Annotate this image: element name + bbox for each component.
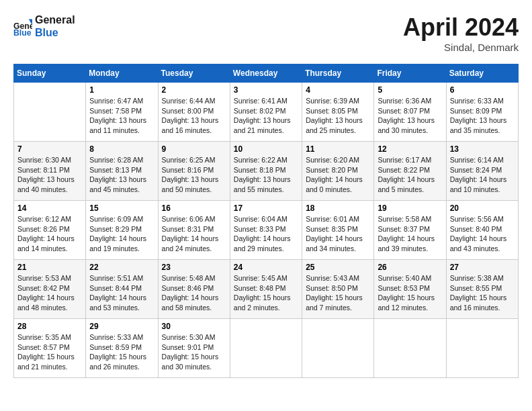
calendar-cell [302, 319, 374, 378]
day-info: Sunrise: 5:45 AM Sunset: 8:48 PM Dayligh… [234, 273, 298, 313]
calendar-cell: 23Sunrise: 5:48 AM Sunset: 8:46 PM Dayli… [158, 260, 230, 319]
day-number: 5 [378, 85, 442, 95]
calendar-cell: 29Sunrise: 5:33 AM Sunset: 8:59 PM Dayli… [86, 319, 158, 378]
calendar-cell: 6Sunrise: 6:33 AM Sunset: 8:09 PM Daylig… [446, 83, 518, 142]
day-number: 9 [162, 144, 226, 154]
day-info: Sunrise: 6:14 AM Sunset: 8:24 PM Dayligh… [450, 155, 515, 195]
calendar-cell: 13Sunrise: 6:14 AM Sunset: 8:24 PM Dayli… [446, 142, 518, 201]
day-number: 19 [378, 203, 442, 213]
page-header: General Blue General Blue April 2024 Sin… [13, 13, 519, 53]
calendar-week-row: 1Sunrise: 6:47 AM Sunset: 7:58 PM Daylig… [14, 83, 519, 142]
calendar-cell: 3Sunrise: 6:41 AM Sunset: 8:02 PM Daylig… [230, 83, 302, 142]
calendar-body: 1Sunrise: 6:47 AM Sunset: 7:58 PM Daylig… [14, 83, 519, 378]
day-number: 24 [234, 263, 298, 272]
day-info: Sunrise: 6:25 AM Sunset: 8:16 PM Dayligh… [162, 155, 226, 195]
day-number: 6 [450, 85, 515, 95]
calendar-cell: 5Sunrise: 6:36 AM Sunset: 8:07 PM Daylig… [374, 83, 446, 142]
calendar-cell: 17Sunrise: 6:04 AM Sunset: 8:33 PM Dayli… [230, 201, 302, 260]
day-info: Sunrise: 6:09 AM Sunset: 8:29 PM Dayligh… [89, 214, 154, 254]
day-info: Sunrise: 6:33 AM Sunset: 8:09 PM Dayligh… [450, 96, 515, 136]
day-number: 13 [450, 144, 515, 154]
calendar-week-row: 7Sunrise: 6:30 AM Sunset: 8:11 PM Daylig… [14, 142, 519, 201]
logo-general: General [35, 13, 75, 26]
calendar-cell: 8Sunrise: 6:28 AM Sunset: 8:13 PM Daylig… [86, 142, 158, 201]
calendar-cell [374, 319, 446, 378]
calendar-cell [14, 83, 86, 142]
day-number: 21 [17, 263, 82, 272]
day-number: 12 [378, 144, 442, 154]
day-number: 20 [450, 203, 515, 213]
day-info: Sunrise: 5:48 AM Sunset: 8:46 PM Dayligh… [162, 273, 226, 313]
day-number: 3 [234, 85, 298, 95]
day-number: 29 [89, 322, 154, 331]
calendar-cell: 11Sunrise: 6:20 AM Sunset: 8:20 PM Dayli… [302, 142, 374, 201]
day-info: Sunrise: 6:01 AM Sunset: 8:35 PM Dayligh… [306, 214, 370, 254]
calendar-cell [230, 319, 302, 378]
day-info: Sunrise: 6:28 AM Sunset: 8:13 PM Dayligh… [89, 155, 154, 195]
calendar-cell: 26Sunrise: 5:40 AM Sunset: 8:53 PM Dayli… [374, 260, 446, 319]
calendar-table: SundayMondayTuesdayWednesdayThursdayFrid… [13, 64, 519, 378]
day-number: 26 [378, 263, 442, 272]
day-number: 16 [162, 203, 226, 213]
calendar-week-row: 28Sunrise: 5:35 AM Sunset: 8:57 PM Dayli… [14, 319, 519, 378]
day-number: 7 [17, 144, 82, 154]
calendar-header-row: SundayMondayTuesdayWednesdayThursdayFrid… [14, 64, 519, 83]
calendar-cell: 21Sunrise: 5:53 AM Sunset: 8:42 PM Dayli… [14, 260, 86, 319]
day-info: Sunrise: 6:30 AM Sunset: 8:11 PM Dayligh… [17, 155, 82, 195]
day-info: Sunrise: 5:38 AM Sunset: 8:55 PM Dayligh… [450, 273, 515, 313]
weekday-header: Saturday [446, 64, 518, 83]
day-info: Sunrise: 6:41 AM Sunset: 8:02 PM Dayligh… [234, 96, 298, 136]
weekday-header: Thursday [302, 64, 374, 83]
calendar-cell: 4Sunrise: 6:39 AM Sunset: 8:05 PM Daylig… [302, 83, 374, 142]
logo: General Blue General Blue [13, 13, 75, 39]
month-title: April 2024 [403, 13, 519, 42]
day-info: Sunrise: 5:56 AM Sunset: 8:40 PM Dayligh… [450, 214, 515, 254]
calendar-cell: 2Sunrise: 6:44 AM Sunset: 8:00 PM Daylig… [158, 83, 230, 142]
day-info: Sunrise: 6:12 AM Sunset: 8:26 PM Dayligh… [17, 214, 82, 254]
day-number: 23 [162, 263, 226, 272]
calendar-cell: 16Sunrise: 6:06 AM Sunset: 8:31 PM Dayli… [158, 201, 230, 260]
calendar-cell: 20Sunrise: 5:56 AM Sunset: 8:40 PM Dayli… [446, 201, 518, 260]
logo-icon: General Blue [13, 17, 32, 36]
day-number: 4 [306, 85, 370, 95]
day-number: 27 [450, 263, 515, 272]
calendar-cell: 30Sunrise: 5:30 AM Sunset: 9:01 PM Dayli… [158, 319, 230, 378]
calendar-cell: 7Sunrise: 6:30 AM Sunset: 8:11 PM Daylig… [14, 142, 86, 201]
day-info: Sunrise: 5:53 AM Sunset: 8:42 PM Dayligh… [17, 273, 82, 313]
weekday-header: Friday [374, 64, 446, 83]
weekday-header: Monday [86, 64, 158, 83]
weekday-header: Sunday [14, 64, 86, 83]
day-number: 25 [306, 263, 370, 272]
day-info: Sunrise: 6:17 AM Sunset: 8:22 PM Dayligh… [378, 155, 442, 195]
day-info: Sunrise: 5:43 AM Sunset: 8:50 PM Dayligh… [306, 273, 370, 313]
day-info: Sunrise: 5:33 AM Sunset: 8:59 PM Dayligh… [89, 332, 154, 372]
calendar-week-row: 14Sunrise: 6:12 AM Sunset: 8:26 PM Dayli… [14, 201, 519, 260]
day-info: Sunrise: 6:39 AM Sunset: 8:05 PM Dayligh… [306, 96, 370, 136]
day-number: 11 [306, 144, 370, 154]
title-block: April 2024 Sindal, Denmark [403, 13, 519, 53]
logo-blue: Blue [35, 26, 75, 39]
calendar-cell: 14Sunrise: 6:12 AM Sunset: 8:26 PM Dayli… [14, 201, 86, 260]
day-number: 1 [89, 85, 154, 95]
day-number: 8 [89, 144, 154, 154]
calendar-cell [446, 319, 518, 378]
calendar-cell: 10Sunrise: 6:22 AM Sunset: 8:18 PM Dayli… [230, 142, 302, 201]
calendar-cell: 27Sunrise: 5:38 AM Sunset: 8:55 PM Dayli… [446, 260, 518, 319]
day-number: 15 [89, 203, 154, 213]
calendar-cell: 25Sunrise: 5:43 AM Sunset: 8:50 PM Dayli… [302, 260, 374, 319]
calendar-cell: 19Sunrise: 5:58 AM Sunset: 8:37 PM Dayli… [374, 201, 446, 260]
day-info: Sunrise: 5:58 AM Sunset: 8:37 PM Dayligh… [378, 214, 442, 254]
calendar-cell: 12Sunrise: 6:17 AM Sunset: 8:22 PM Dayli… [374, 142, 446, 201]
day-info: Sunrise: 6:47 AM Sunset: 7:58 PM Dayligh… [89, 96, 154, 136]
day-info: Sunrise: 6:36 AM Sunset: 8:07 PM Dayligh… [378, 96, 442, 136]
day-number: 10 [234, 144, 298, 154]
weekday-header: Tuesday [158, 64, 230, 83]
weekday-header: Wednesday [230, 64, 302, 83]
day-number: 2 [162, 85, 226, 95]
calendar-cell: 28Sunrise: 5:35 AM Sunset: 8:57 PM Dayli… [14, 319, 86, 378]
calendar-cell: 24Sunrise: 5:45 AM Sunset: 8:48 PM Dayli… [230, 260, 302, 319]
day-info: Sunrise: 6:04 AM Sunset: 8:33 PM Dayligh… [234, 214, 298, 254]
calendar-cell: 18Sunrise: 6:01 AM Sunset: 8:35 PM Dayli… [302, 201, 374, 260]
calendar-cell: 9Sunrise: 6:25 AM Sunset: 8:16 PM Daylig… [158, 142, 230, 201]
day-info: Sunrise: 6:20 AM Sunset: 8:20 PM Dayligh… [306, 155, 370, 195]
